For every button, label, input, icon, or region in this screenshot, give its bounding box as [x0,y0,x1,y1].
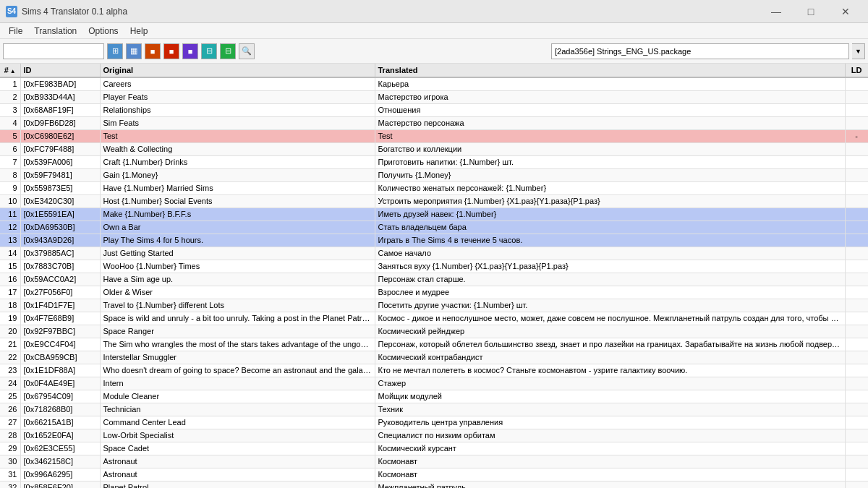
cell-translated: Руководитель центра управления [375,416,845,429]
cell-id: [0xC6980E62] [20,129,100,142]
menu-file[interactable]: File [3,25,28,38]
cell-num: 9 [0,181,20,194]
table-row[interactable]: 2[0xB933D44A]Player FeatsМастерство игро… [0,90,868,103]
table-row[interactable]: 17[0x27F056F0]Older & WiserВзрослее и му… [0,286,868,299]
cell-num: 28 [0,429,20,442]
cell-translated: Мойщик модулей [375,390,845,403]
table-row[interactable]: 27[0x66215A1B]Command Center LeadРуковод… [0,416,868,429]
cell-translated: Кто не мечтал полететь в космос? Станьте… [375,364,845,377]
cell-id: [0xE3420C30] [20,194,100,207]
table-row[interactable]: 21[0xE9CC4F04]The Sim who wrangles the m… [0,338,868,351]
table-row[interactable]: 15[0x7883C70B]WooHoo {1.Number} TimesЗан… [0,260,868,273]
app-title: Sims 4 Translator 0.1 alpha [22,7,760,17]
cell-num: 1 [0,77,20,90]
toolbar-btn-2[interactable]: ▦ [126,43,142,59]
table-row[interactable]: 4[0xD9FB6D28]Sim FeatsМастерство персона… [0,116,868,129]
cell-id: [0x858E6F20] [20,481,100,488]
cell-original: Command Center Lead [100,416,375,429]
table-row[interactable]: 9[0x559873E5]Have {1.Number} Married Sim… [0,181,868,194]
cell-id: [0x7883C70B] [20,260,100,273]
cell-translated: Стажер [375,377,845,390]
close-button[interactable]: ✕ [829,0,862,23]
cell-id: [0x1E5591EA] [20,207,100,221]
cell-original: Astronaut [100,455,375,468]
toolbar-btn-3[interactable]: ■ [145,43,161,59]
cell-original: Host {1.Number} Social Events [100,194,375,207]
cell-num: 23 [0,364,20,377]
cell-id: [0x539FA006] [20,155,100,168]
cell-original: Wealth & Collecting [100,142,375,155]
cell-id: [0x1652E0FA] [20,429,100,442]
table-container[interactable]: #▲ ID Original Translated LD 1[0xFE983BA… [0,64,868,488]
table-row[interactable]: 31[0x996A6295]AstronautКосмонавт [0,468,868,481]
table-row[interactable]: 10[0xE3420C30]Host {1.Number} Social Eve… [0,194,868,207]
toolbar-btn-7[interactable]: ⊟ [220,43,236,59]
cell-id: [0xB933D44A] [20,90,100,103]
table-row[interactable]: 1[0xFE983BAD]CareersКарьера [0,77,868,90]
table-row[interactable]: 23[0x1E1DF88A]Who doesn't dream of going… [0,364,868,377]
table-row[interactable]: 7[0x539FA006]Craft {1.Number} DrinksПриг… [0,155,868,168]
cell-id: [0x59F79481] [20,168,100,181]
cell-original: Interstellar Smuggler [100,351,375,364]
toolbar-btn-6[interactable]: ⊟ [201,43,217,59]
cell-ld [845,325,868,338]
table-row[interactable]: 5[0xC6980E62]TestTest- [0,129,868,142]
cell-ld [845,416,868,429]
cell-id: [0x0F4AE49E] [20,377,100,390]
cell-ld [845,181,868,194]
cell-id: [0x67954C09] [20,390,100,403]
cell-id: [0x27F056F0] [20,286,100,299]
table-row[interactable]: 14[0x379885AC]Just Getting StartedСамое … [0,247,868,260]
cell-original: Planet Patrol [100,481,375,488]
minimize-button[interactable]: — [760,0,793,23]
table-row[interactable]: 3[0x68A8F19F]RelationshipsОтношения [0,103,868,116]
toolbar-btn-4[interactable]: ■ [163,43,179,59]
cell-translated: Мастерство персонажа [375,116,845,129]
search-input[interactable] [3,43,104,59]
table-row[interactable]: 19[0x4F7E68B9]Space is wild and unruly -… [0,312,868,325]
table-row[interactable]: 11[0x1E5591EA]Make {1.Number} B.F.F.sИме… [0,207,868,221]
maximize-button[interactable]: □ [794,0,827,23]
cell-id: [0xDA69530B] [20,221,100,234]
table-row[interactable]: 29[0x62E3CE55]Space CadetКосмический кур… [0,442,868,455]
table-row[interactable]: 28[0x1652E0FA]Low-Orbit SpecialistСпециа… [0,429,868,442]
cell-translated: Богатство и коллекции [375,142,845,155]
table-row[interactable]: 13[0x943A9D26]Play The Sims 4 for 5 hour… [0,234,868,247]
menu-help[interactable]: Help [124,25,154,38]
cell-original: Careers [100,77,375,90]
cell-original: Space is wild and unruly - a bit too unr… [100,312,375,325]
cell-original: Gain {1.Money} [100,168,375,181]
menu-bar: File Translation Options Help [0,23,868,39]
table-row[interactable]: 30[0x3462158C]AstronautКосмонавт [0,455,868,468]
cell-ld [845,468,868,481]
table-row[interactable]: 8[0x59F79481]Gain {1.Money}Получить {1.M… [0,168,868,181]
search-button[interactable]: 🔍 [239,43,255,59]
file-path-dropdown[interactable]: ▼ [852,43,865,59]
table-row[interactable]: 20[0x92F97BBC]Space RangerКосмический ре… [0,325,868,338]
cell-id: [0x718268B0] [20,403,100,416]
cell-ld [845,103,868,116]
menu-translation[interactable]: Translation [28,25,82,38]
cell-ld [845,207,868,221]
cell-num: 2 [0,90,20,103]
table-row[interactable]: 24[0x0F4AE49E]InternСтажер [0,377,868,390]
table-row[interactable]: 26[0x718268B0]TechnicianТехник [0,403,868,416]
table-row[interactable]: 25[0x67954C09]Module CleanerМойщик модул… [0,390,868,403]
cell-num: 13 [0,234,20,247]
cell-original: Who doesn't dream of going to space? Bec… [100,364,375,377]
cell-translated: Приготовить напитки: {1.Number} шт. [375,155,845,168]
cell-id: [0x3462158C] [20,455,100,468]
cell-original: Just Getting Started [100,247,375,260]
table-row[interactable]: 6[0xFC79F488]Wealth & CollectingБогатств… [0,142,868,155]
cell-num: 12 [0,221,20,234]
table-row[interactable]: 22[0xCBA959CB]Interstellar SmugglerКосми… [0,351,868,364]
table-row[interactable]: 12[0xDA69530B]Own a BarСтать владельцем … [0,221,868,234]
cell-original: Own a Bar [100,221,375,234]
table-row[interactable]: 16[0x59ACC0A2]Have a Sim age up.Персонаж… [0,273,868,286]
toolbar-btn-5[interactable]: ■ [182,43,198,59]
toolbar-btn-1[interactable]: ⊞ [107,43,123,59]
cell-num: 20 [0,325,20,338]
menu-options[interactable]: Options [82,25,124,38]
table-row[interactable]: 32[0x858E6F20]Planet PatrolМежпланетный … [0,481,868,488]
table-row[interactable]: 18[0x1F4D1F7E]Travel to {1.Number} diffe… [0,299,868,312]
